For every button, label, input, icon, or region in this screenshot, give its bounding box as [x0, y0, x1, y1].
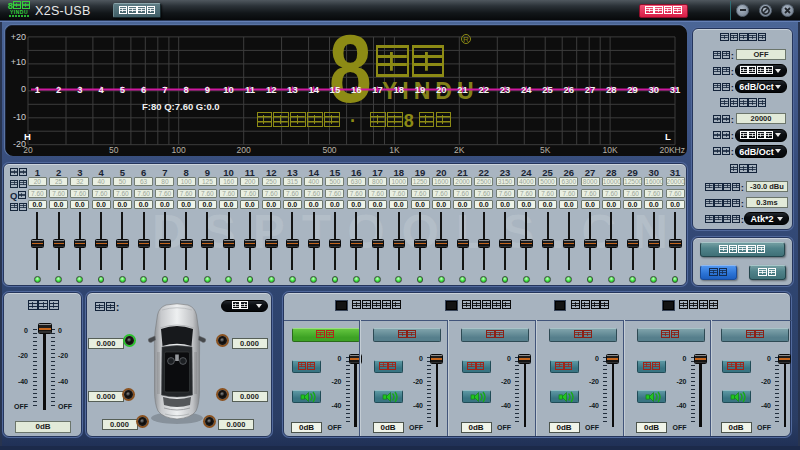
svg-text:1: 1 [35, 84, 41, 95]
svg-text:31: 31 [670, 84, 681, 95]
svg-text:29: 29 [627, 84, 638, 95]
svg-text:100: 100 [172, 145, 186, 155]
svg-text:28: 28 [606, 84, 617, 95]
svg-text:19: 19 [415, 84, 426, 95]
svg-text:12: 12 [266, 84, 277, 95]
svg-text:26: 26 [564, 84, 575, 95]
svg-text:10: 10 [223, 84, 234, 95]
svg-text:0: 0 [21, 84, 26, 94]
svg-text:16: 16 [351, 84, 362, 95]
svg-text:25: 25 [542, 84, 553, 95]
svg-text:4: 4 [98, 84, 104, 95]
svg-text:15: 15 [330, 84, 341, 95]
svg-text:10K: 10K [603, 145, 618, 155]
svg-text:13: 13 [287, 84, 298, 95]
svg-text:17: 17 [372, 84, 383, 95]
svg-text:24: 24 [521, 84, 532, 95]
svg-text:18: 18 [393, 84, 404, 95]
svg-text:23: 23 [500, 84, 511, 95]
svg-text:21: 21 [457, 84, 468, 95]
svg-text:9: 9 [205, 84, 210, 95]
svg-text:+10: +10 [11, 57, 26, 67]
svg-text:+20: +20 [11, 32, 26, 42]
svg-text:F:80 Q:7.60 G:0.0: F:80 Q:7.60 G:0.0 [142, 101, 220, 112]
svg-text:14: 14 [308, 84, 319, 95]
svg-text:5: 5 [120, 84, 126, 95]
svg-text:50: 50 [109, 145, 119, 155]
svg-text:20KHz: 20KHz [659, 145, 685, 155]
svg-text:11: 11 [245, 84, 256, 95]
svg-text:7: 7 [162, 84, 167, 95]
svg-text:3: 3 [77, 84, 82, 95]
svg-text:20: 20 [23, 145, 33, 155]
svg-text:2K: 2K [454, 145, 465, 155]
svg-text:2: 2 [56, 84, 61, 95]
svg-text:22: 22 [479, 84, 490, 95]
svg-text:L: L [665, 131, 671, 142]
svg-text:6: 6 [141, 84, 146, 95]
svg-text:20: 20 [436, 84, 447, 95]
svg-text:8: 8 [183, 84, 188, 95]
svg-text:-10: -10 [13, 112, 26, 122]
svg-text:H: H [24, 131, 31, 142]
svg-text:200: 200 [237, 145, 251, 155]
svg-text:5K: 5K [540, 145, 551, 155]
svg-text:500: 500 [322, 145, 336, 155]
svg-text:27: 27 [585, 84, 596, 95]
svg-text:1K: 1K [389, 145, 400, 155]
svg-text:30: 30 [649, 84, 660, 95]
